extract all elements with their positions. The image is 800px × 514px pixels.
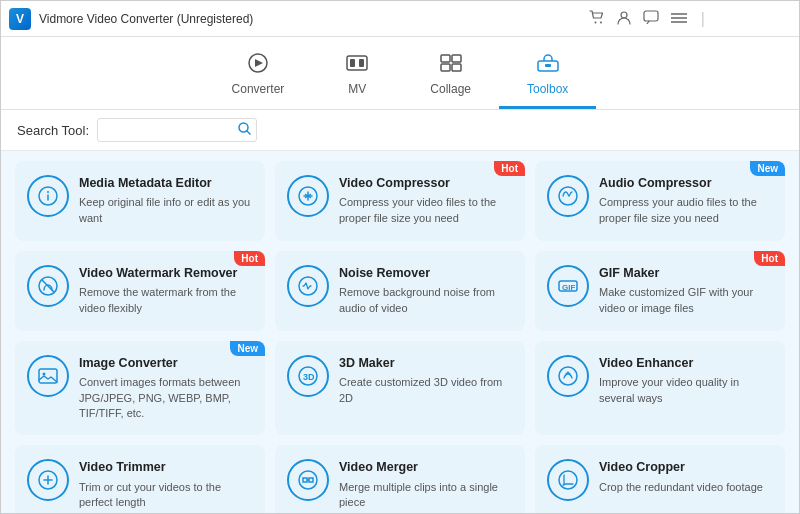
tool-name-3d-maker: 3D Maker	[339, 355, 513, 371]
tool-info-video-cropper: Video Cropper Crop the redundant video f…	[599, 459, 773, 495]
svg-rect-15	[359, 59, 364, 67]
badge-audio-compressor: New	[750, 161, 785, 176]
svg-rect-18	[441, 64, 450, 71]
tool-card-noise-remover[interactable]: Noise Remover Remove background noise fr…	[275, 251, 525, 331]
tool-card-media-metadata-editor[interactable]: Media Metadata Editor Keep original file…	[15, 161, 265, 241]
tool-desc-video-enhancer: Improve your video quality in several wa…	[599, 375, 773, 406]
tab-toolbox-label: Toolbox	[527, 82, 568, 96]
tool-info-image-converter: Image Converter Convert images formats b…	[79, 355, 253, 421]
search-icon[interactable]	[238, 122, 251, 138]
tool-card-video-trimmer[interactable]: Video Trimmer Trim or cut your videos to…	[15, 445, 265, 514]
badge-video-compressor: Hot	[494, 161, 525, 176]
tab-converter[interactable]: Converter	[204, 45, 313, 109]
tool-name-media-metadata-editor: Media Metadata Editor	[79, 175, 253, 191]
tool-icon-3d-maker: 3D	[287, 355, 329, 397]
svg-rect-17	[452, 55, 461, 62]
tool-card-image-converter[interactable]: New Image Converter Convert images forma…	[15, 341, 265, 435]
tool-name-video-merger: Video Merger	[339, 459, 513, 475]
tool-card-gif-maker[interactable]: Hot GIF GIF Maker Make customized GIF wi…	[535, 251, 785, 331]
tool-card-video-cropper[interactable]: Video Cropper Crop the redundant video f…	[535, 445, 785, 514]
tool-desc-noise-remover: Remove background noise from audio of vi…	[339, 285, 513, 316]
tool-desc-audio-compressor: Compress your audio files to the proper …	[599, 195, 773, 226]
search-input-wrap	[97, 118, 257, 142]
svg-rect-21	[545, 64, 551, 67]
svg-point-44	[559, 471, 577, 489]
tool-name-noise-remover: Noise Remover	[339, 265, 513, 281]
tab-converter-label: Converter	[232, 82, 285, 96]
tab-mv[interactable]: MV	[312, 45, 402, 109]
nav-tabs: Converter MV Collage	[1, 37, 799, 110]
tool-icon-video-compressor	[287, 175, 329, 217]
title-bar-left: V Vidmore Video Converter (Unregistered)	[9, 8, 253, 30]
tool-info-gif-maker: GIF Maker Make customized GIF with your …	[599, 265, 773, 316]
tool-row: Media Metadata Editor Keep original file…	[15, 161, 785, 241]
tool-icon-video-watermark-remover	[27, 265, 69, 307]
tool-icon-video-merger	[287, 459, 329, 501]
title-bar: V Vidmore Video Converter (Unregistered)	[1, 1, 799, 37]
svg-point-31	[299, 277, 317, 295]
divider: |	[701, 10, 705, 28]
svg-rect-34	[39, 369, 57, 383]
mv-icon	[346, 53, 368, 78]
tool-name-video-cropper: Video Cropper	[599, 459, 773, 475]
tool-card-3d-maker[interactable]: 3D 3D Maker Create customized 3D video f…	[275, 341, 525, 435]
tool-card-video-watermark-remover[interactable]: Hot Video Watermark Remover Remove the w…	[15, 251, 265, 331]
restore-button[interactable]	[747, 12, 763, 26]
chat-icon[interactable]	[643, 10, 659, 27]
tool-info-video-merger: Video Merger Merge multiple clips into a…	[339, 459, 513, 510]
tab-toolbox[interactable]: Toolbox	[499, 45, 596, 109]
tool-row: Video Trimmer Trim or cut your videos to…	[15, 445, 785, 514]
svg-point-35	[43, 373, 46, 376]
tool-desc-3d-maker: Create customized 3D video from 2D	[339, 375, 513, 406]
tool-desc-video-watermark-remover: Remove the watermark from the video flex…	[79, 285, 253, 316]
app-title: Vidmore Video Converter (Unregistered)	[39, 12, 253, 26]
tool-desc-image-converter: Convert images formats between JPG/JPEG,…	[79, 375, 253, 421]
tool-icon-video-enhancer	[547, 355, 589, 397]
tool-info-video-enhancer: Video Enhancer Improve your video qualit…	[599, 355, 773, 406]
tool-desc-gif-maker: Make customized GIF with your video or i…	[599, 285, 773, 316]
tool-info-media-metadata-editor: Media Metadata Editor Keep original file…	[79, 175, 253, 226]
tool-info-audio-compressor: Audio Compressor Compress your audio fil…	[599, 175, 773, 226]
collage-icon	[440, 53, 462, 78]
svg-line-23	[247, 131, 251, 135]
badge-gif-maker: Hot	[754, 251, 785, 266]
tool-desc-video-merger: Merge multiple clips into a single piece	[339, 480, 513, 511]
search-label: Search Tool:	[17, 123, 89, 138]
svg-text:GIF: GIF	[562, 283, 575, 292]
tool-info-noise-remover: Noise Remover Remove background noise fr…	[339, 265, 513, 316]
badge-image-converter: New	[230, 341, 265, 356]
tool-row: New Image Converter Convert images forma…	[15, 341, 785, 435]
tool-name-video-enhancer: Video Enhancer	[599, 355, 773, 371]
tool-card-video-compressor[interactable]: Hot Video Compressor Compress your video…	[275, 161, 525, 241]
toolbox-icon	[537, 53, 559, 78]
tool-name-audio-compressor: Audio Compressor	[599, 175, 773, 191]
tool-icon-media-metadata-editor	[27, 175, 69, 217]
tool-name-gif-maker: GIF Maker	[599, 265, 773, 281]
tool-name-image-converter: Image Converter	[79, 355, 253, 371]
tab-collage[interactable]: Collage	[402, 45, 499, 109]
main-content: Media Metadata Editor Keep original file…	[1, 151, 799, 514]
tool-info-video-trimmer: Video Trimmer Trim or cut your videos to…	[79, 459, 253, 510]
tool-icon-audio-compressor	[547, 175, 589, 217]
tool-row: Hot Video Watermark Remover Remove the w…	[15, 251, 785, 331]
tool-card-video-merger[interactable]: Video Merger Merge multiple clips into a…	[275, 445, 525, 514]
search-input[interactable]	[97, 118, 257, 142]
tool-desc-video-trimmer: Trim or cut your videos to the perfect l…	[79, 480, 253, 511]
tool-icon-gif-maker: GIF	[547, 265, 589, 307]
tool-card-audio-compressor[interactable]: New Audio Compressor Compress your audio…	[535, 161, 785, 241]
tool-icon-noise-remover	[287, 265, 329, 307]
search-bar: Search Tool:	[1, 110, 799, 151]
svg-marker-12	[255, 59, 263, 67]
svg-text:3D: 3D	[303, 372, 315, 382]
tool-desc-video-cropper: Crop the redundant video footage	[599, 480, 773, 495]
cart-icon[interactable]	[589, 10, 605, 27]
close-button[interactable]	[775, 12, 791, 26]
user-icon[interactable]	[617, 10, 631, 28]
tool-icon-video-trimmer	[27, 459, 69, 501]
menu-icon[interactable]	[671, 11, 687, 27]
tool-desc-media-metadata-editor: Keep original file info or edit as you w…	[79, 195, 253, 226]
tool-name-video-trimmer: Video Trimmer	[79, 459, 253, 475]
svg-rect-3	[644, 11, 658, 21]
tool-card-video-enhancer[interactable]: Video Enhancer Improve your video qualit…	[535, 341, 785, 435]
minimize-button[interactable]	[719, 12, 735, 26]
